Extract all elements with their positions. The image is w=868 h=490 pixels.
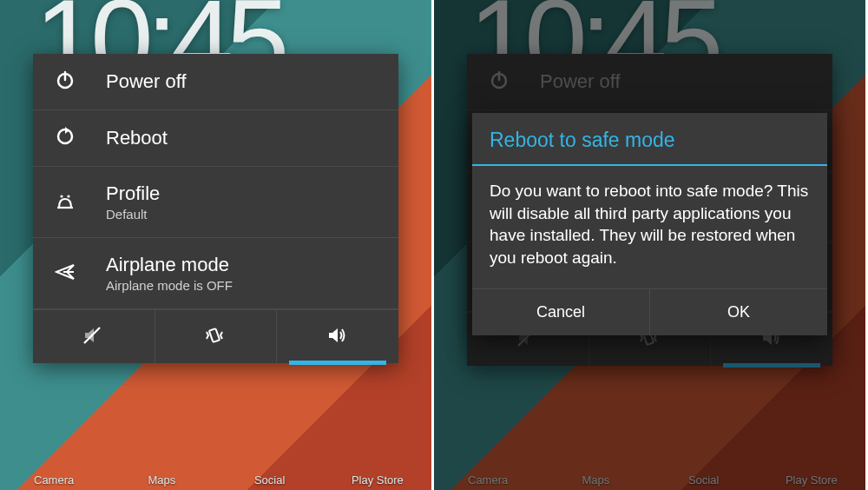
power-off-item[interactable]: Power off [33,54,398,110]
volume-vibrate-button[interactable] [155,310,277,363]
speaker-on-icon [326,325,350,349]
dock-label-play-store[interactable]: Play Store [330,473,425,487]
dock-row: Camera Maps Social Play Store [0,429,431,490]
speaker-mute-icon [82,325,106,349]
vibrate-icon [204,325,228,349]
profile-icon [55,190,79,215]
safe-mode-dialog: Reboot to safe mode Do you want to reboo… [472,113,827,335]
reboot-item[interactable]: Reboot [33,110,398,167]
airplane-mode-item[interactable]: Airplane mode Airplane mode is OFF [33,238,398,309]
dialog-body: Do you want to reboot into safe mode? Th… [472,166,827,288]
reboot-label: Reboot [106,127,168,149]
profile-value: Default [106,207,160,222]
cancel-button[interactable]: Cancel [472,289,649,335]
dialog-title: Reboot to safe mode [472,113,827,164]
reboot-icon [55,126,79,150]
airplane-icon [55,262,79,286]
dock-label-maps[interactable]: Maps [114,473,209,487]
dialog-button-row: Cancel OK [472,288,827,335]
airplane-label: Airplane mode [106,254,233,276]
screenshot-left: 10:45 Camera Maps Social Play Store Powe… [0,0,434,490]
power-menu-panel: Power off Reboot Profile Default Airplan… [33,54,398,363]
dock-label-camera[interactable]: Camera [6,473,102,487]
ok-button[interactable]: OK [649,289,827,335]
profile-label: Profile [106,182,160,205]
volume-row [33,309,398,363]
dock-label-social[interactable]: Social [222,473,318,487]
profile-item[interactable]: Profile Default [33,167,398,238]
airplane-value: Airplane mode is OFF [106,278,233,293]
power-off-label: Power off [106,70,187,93]
volume-sound-button[interactable] [276,310,398,363]
screenshot-right: 10:45 Camera Maps Social Play Store Powe… [434,0,868,490]
volume-mute-button[interactable] [33,310,155,363]
power-icon [55,70,79,94]
